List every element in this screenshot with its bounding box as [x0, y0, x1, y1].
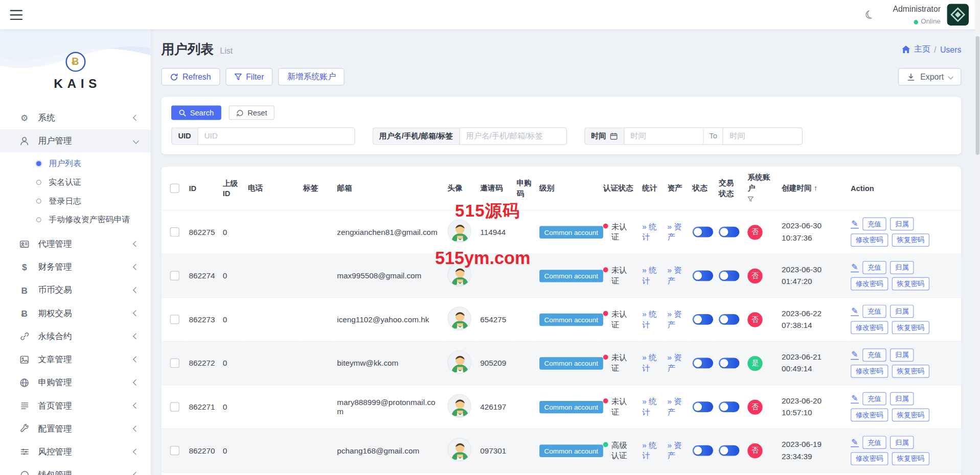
status-toggle[interactable]	[693, 401, 713, 412]
export-button[interactable]: Export	[898, 68, 961, 85]
page-scrollbar[interactable]	[975, 0, 980, 475]
recharge-button[interactable]: 充值	[862, 304, 886, 318]
sidebar-subitem-user-list[interactable]: 用户列表	[0, 154, 151, 173]
col-level[interactable]: 级别	[535, 167, 599, 210]
sidebar-item-user-management[interactable]: 用户管理	[0, 129, 151, 152]
reset-button[interactable]: Reset	[229, 106, 275, 120]
sidebar-item-agent-management[interactable]: 代理管理	[0, 232, 151, 255]
time-start-input[interactable]	[624, 127, 703, 145]
restore-password-button[interactable]: 恢复密码	[892, 277, 929, 291]
breadcrumb-current[interactable]: Users	[940, 44, 962, 54]
refresh-button[interactable]: Refresh	[161, 68, 219, 85]
assets-link[interactable]: » 资产	[667, 397, 681, 416]
scrollbar-thumb[interactable]	[976, 36, 979, 155]
status-toggle[interactable]	[693, 445, 713, 456]
user-search-input[interactable]	[459, 127, 566, 145]
belong-button[interactable]: 归属	[890, 348, 914, 362]
column-filter-icon[interactable]	[748, 196, 754, 204]
assets-link[interactable]: » 资产	[667, 266, 681, 285]
row-checkbox[interactable]	[170, 402, 179, 411]
edit-button[interactable]: ✎	[851, 394, 859, 403]
change-password-button[interactable]: 修改密码	[851, 365, 888, 378]
status-toggle[interactable]	[693, 314, 713, 325]
col-id[interactable]: ID	[185, 167, 219, 210]
col-status[interactable]: 状态	[689, 167, 715, 210]
change-password-button[interactable]: 修改密码	[851, 409, 888, 422]
restore-password-button[interactable]: 恢复密码	[892, 452, 929, 465]
row-checkbox[interactable]	[170, 227, 179, 236]
assets-link[interactable]: » 资产	[667, 310, 681, 329]
col-parent-id[interactable]: 上级ID	[219, 167, 244, 210]
stats-link[interactable]: » 统计	[642, 310, 656, 329]
edit-button[interactable]: ✎	[851, 219, 859, 228]
assets-link[interactable]: » 资产	[667, 441, 681, 460]
sidebar-subitem-login-logs[interactable]: 登录日志	[0, 192, 151, 210]
recharge-button[interactable]: 充值	[862, 436, 886, 449]
sidebar-item-system[interactable]: ⚙ 系统	[0, 106, 151, 129]
belong-button[interactable]: 归属	[890, 261, 914, 274]
sidebar-item-homepage-management[interactable]: 首页管理	[0, 394, 151, 417]
sidebar-toggle-button[interactable]	[10, 10, 22, 20]
trade-status-toggle[interactable]	[719, 401, 739, 412]
sidebar-item-wallet-management[interactable]: 钱包管理	[0, 463, 151, 475]
edit-button[interactable]: ✎	[851, 350, 859, 360]
recharge-button[interactable]: 充值	[862, 348, 886, 362]
trade-status-toggle[interactable]	[719, 227, 739, 238]
search-button[interactable]: Search	[171, 106, 221, 120]
trade-status-toggle[interactable]	[719, 314, 739, 325]
restore-password-button[interactable]: 恢复密码	[892, 321, 929, 334]
sidebar-item-config-management[interactable]: 配置管理	[0, 417, 151, 440]
restore-password-button[interactable]: 恢复密码	[892, 233, 929, 247]
row-checkbox[interactable]	[170, 446, 179, 455]
col-trade-status[interactable]: 交易状态	[715, 167, 744, 210]
change-password-button[interactable]: 修改密码	[851, 233, 888, 247]
recharge-button[interactable]: 充值	[862, 392, 886, 406]
sidebar-item-subscription-management[interactable]: 申购管理	[0, 371, 151, 394]
breadcrumb-home-link[interactable]: 主页	[914, 44, 930, 55]
belong-button[interactable]: 归属	[890, 392, 914, 406]
sidebar-item-perpetual-contracts[interactable]: 永续合约	[0, 325, 151, 348]
recharge-button[interactable]: 充值	[862, 261, 886, 274]
assets-link[interactable]: » 资产	[667, 353, 681, 372]
stats-link[interactable]: » 统计	[642, 222, 656, 242]
row-checkbox[interactable]	[170, 359, 179, 368]
status-toggle[interactable]	[693, 270, 713, 281]
status-toggle[interactable]	[693, 358, 713, 369]
belong-button[interactable]: 归属	[890, 217, 914, 230]
row-checkbox[interactable]	[170, 315, 179, 324]
sidebar-item-coin-trading[interactable]: B 币币交易	[0, 278, 151, 301]
sidebar-subitem-asset-password-requests[interactable]: 手动修改资产密码申请	[0, 210, 151, 229]
add-system-account-button[interactable]: 新增系统账户	[279, 68, 345, 85]
change-password-button[interactable]: 修改密码	[851, 321, 888, 334]
col-email[interactable]: 邮箱	[333, 167, 444, 210]
col-tags[interactable]: 标签	[300, 167, 333, 210]
change-password-button[interactable]: 修改密码	[851, 452, 888, 465]
sidebar-item-risk-management[interactable]: 风控管理	[0, 440, 151, 463]
edit-button[interactable]: ✎	[851, 438, 859, 447]
assets-link[interactable]: » 资产	[667, 222, 681, 242]
change-password-button[interactable]: 修改密码	[851, 277, 888, 291]
dark-mode-icon[interactable]: ☾	[863, 7, 877, 23]
col-auth-status[interactable]: 认证状态	[600, 167, 639, 210]
belong-button[interactable]: 归属	[890, 436, 914, 449]
restore-password-button[interactable]: 恢复密码	[892, 365, 929, 378]
sidebar-item-finance[interactable]: $ 财务管理	[0, 255, 151, 278]
restore-password-button[interactable]: 恢复密码	[892, 409, 929, 422]
col-created-at[interactable]: 创建时间 ↑	[778, 167, 847, 210]
sidebar-subitem-real-name-auth[interactable]: 实名认证	[0, 173, 151, 192]
sort-asc-icon[interactable]: ↑	[814, 183, 817, 192]
stats-link[interactable]: » 统计	[642, 397, 656, 416]
row-checkbox[interactable]	[170, 271, 179, 280]
uid-input[interactable]	[197, 127, 355, 145]
select-all-checkbox[interactable]	[170, 183, 179, 193]
belong-button[interactable]: 归属	[890, 304, 914, 318]
user-avatar[interactable]	[947, 4, 969, 26]
trade-status-toggle[interactable]	[719, 358, 739, 369]
trade-status-toggle[interactable]	[719, 270, 739, 281]
edit-button[interactable]: ✎	[851, 263, 859, 272]
stats-link[interactable]: » 统计	[642, 441, 656, 460]
col-phone[interactable]: 电话	[244, 167, 300, 210]
stats-link[interactable]: » 统计	[642, 266, 656, 285]
recharge-button[interactable]: 充值	[862, 217, 886, 230]
edit-button[interactable]: ✎	[851, 306, 859, 316]
